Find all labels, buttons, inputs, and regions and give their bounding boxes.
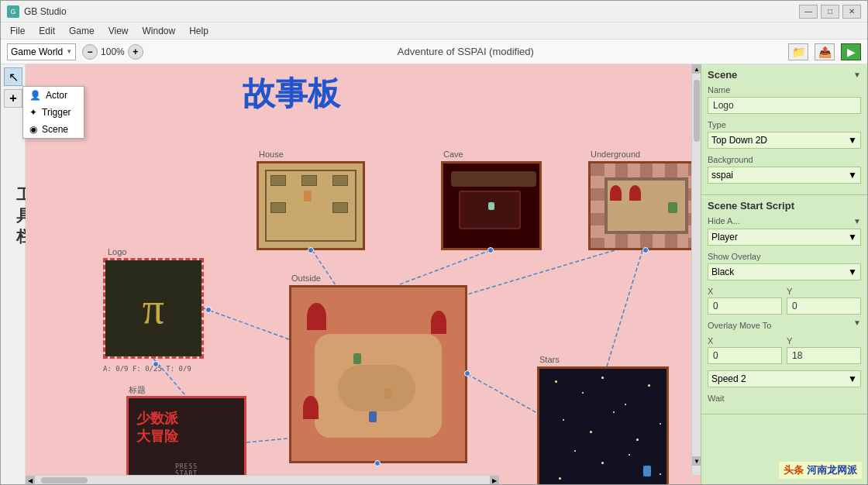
open-folder-button[interactable]: 📁	[788, 43, 808, 60]
trigger-tool-item[interactable]: ✦ Trigger	[23, 104, 84, 121]
conn-dot-outside-right	[464, 370, 470, 377]
conn-dot-cave	[487, 247, 494, 253]
scene-info: A: 0/9 F: 0/25 T: 0/9	[103, 365, 191, 373]
horizontal-scrollbar[interactable]: ◀ ▶	[26, 475, 499, 484]
vertical-scrollbar[interactable]: ▲ ▼	[691, 64, 701, 475]
stars-scene[interactable]	[537, 366, 669, 484]
menu-window[interactable]: Window	[136, 24, 182, 38]
house-scene[interactable]	[257, 161, 365, 250]
underground-scene[interactable]	[588, 161, 701, 250]
zoom-in-button[interactable]: +	[128, 44, 143, 60]
conn-dot-house	[308, 247, 314, 253]
svg-line-1	[204, 308, 289, 339]
wait-field: Wait	[708, 394, 861, 403]
svg-line-7	[607, 250, 642, 366]
scene-tool-item[interactable]: ◉ Scene	[23, 121, 84, 138]
trigger-icon: ✦	[29, 107, 37, 118]
y-input[interactable]: 0	[787, 298, 861, 315]
x-input[interactable]: 0	[708, 298, 782, 315]
minimize-button[interactable]: —	[799, 5, 818, 19]
script-header: Scene Start Script	[708, 200, 861, 212]
background-select[interactable]: sspai ▼	[708, 167, 861, 184]
menu-file[interactable]: File	[4, 24, 31, 38]
moveto-x-col: X 0	[708, 336, 782, 364]
speed-field: Speed 2 ▼	[708, 370, 861, 387]
hide-actor-dropdown-arrow: ▼	[848, 232, 857, 242]
watermark-blue: 河南龙网派	[807, 464, 857, 476]
world-dropdown-arrow: ▼	[66, 48, 72, 55]
type-dropdown-arrow: ▼	[848, 135, 857, 146]
underground-label: Underground	[588, 149, 642, 160]
conn-dot-underground	[642, 247, 649, 253]
cave-scene-container: Cave	[441, 161, 542, 250]
canvas-area[interactable]: 故事板	[26, 64, 701, 484]
zoom-controls: − 100% +	[82, 44, 143, 60]
pi-symbol: π	[143, 284, 164, 333]
cave-label: Cave	[441, 149, 466, 160]
restore-button[interactable]: □	[821, 5, 839, 19]
zoom-out-button[interactable]: −	[82, 44, 98, 60]
moveto-x-input[interactable]: 0	[708, 347, 782, 364]
app-icon: G	[7, 5, 19, 18]
intro-text: 少数派 大冒险	[136, 410, 178, 446]
panel-collapse-arrow[interactable]: ▼	[853, 71, 861, 79]
titlebar-title: GB Studio	[24, 6, 67, 17]
moveto-y-col: Y 18	[787, 336, 861, 364]
scrollbar-thumb-v[interactable]	[694, 80, 700, 142]
titlebar-controls: — □ ✕	[799, 5, 861, 19]
panel-title: Scene	[708, 69, 737, 81]
scene-label-tool: Scene	[42, 124, 68, 135]
logo-label: Logo	[105, 246, 129, 257]
speed-dropdown-arrow: ▼	[848, 373, 857, 384]
type-select[interactable]: Top Down 2D ▼	[708, 132, 861, 149]
hide-actor-select[interactable]: Player ▼	[708, 229, 861, 246]
scroll-down-button[interactable]: ▼	[692, 456, 701, 466]
trigger-label: Trigger	[42, 107, 71, 118]
toolbar: Game World ▼ − 100% + Adventure of SSPAI…	[1, 40, 867, 64]
menu-help[interactable]: Help	[183, 24, 215, 38]
close-button[interactable]: ✕	[842, 5, 861, 19]
export-button[interactable]: 📤	[815, 43, 835, 60]
stars-label: Stars	[537, 354, 562, 365]
menu-view[interactable]: View	[102, 24, 135, 38]
show-overlay-field: Show Overlay Black ▼	[708, 252, 861, 280]
titlebar-left: G GB Studio	[7, 5, 67, 18]
show-overlay-label: Show Overlay	[708, 252, 861, 261]
play-button[interactable]: ▶	[841, 43, 861, 60]
show-overlay-select[interactable]: Black ▼	[708, 263, 861, 280]
house-label: House	[257, 149, 286, 160]
intro-scene[interactable]: 少数派 大冒险 PRESSSTART	[126, 396, 246, 484]
menu-game[interactable]: Game	[63, 24, 101, 38]
hide-actor-arrow: ▼	[853, 217, 861, 225]
tool-dropdown: 👤 Actor ✦ Trigger ◉ Scene	[22, 86, 84, 139]
left-toolbar: ↖ + 👤 Actor ✦ Trigger ◉ Scene 工具栏	[1, 64, 26, 484]
cursor-tool-button[interactable]: ↖	[4, 67, 22, 86]
script-title: Scene Start Script	[708, 200, 794, 212]
logo-scene[interactable]: π Logo	[103, 258, 204, 359]
cave-scene[interactable]	[441, 161, 542, 250]
background-label: Background	[708, 155, 861, 164]
speed-select[interactable]: Speed 2 ▼	[708, 370, 861, 387]
outside-scene-container: Outside	[289, 285, 467, 463]
menu-edit[interactable]: Edit	[33, 24, 61, 38]
actor-tool-item[interactable]: 👤 Actor	[23, 87, 84, 104]
conn-dot-logo-right	[205, 307, 212, 313]
add-tool-button[interactable]: +	[4, 89, 22, 108]
conn-dot-outside-bottom	[374, 460, 381, 466]
moveto-y-input[interactable]: 18	[787, 347, 861, 364]
name-input[interactable]: Logo	[708, 97, 861, 114]
scroll-left-button[interactable]: ◀	[26, 476, 35, 484]
actor-label: Actor	[46, 90, 67, 101]
intro-label: 标题	[126, 384, 148, 397]
main-window: G GB Studio — □ ✕ File Edit Game View Wi…	[0, 0, 868, 485]
scrollbar-thumb-h[interactable]	[41, 477, 88, 483]
overlay-moveto-label: Overlay Move To	[708, 321, 861, 330]
y-label: Y	[787, 287, 861, 296]
outside-scene[interactable]	[289, 285, 467, 463]
document-title: Adventure of SSPAI (modified)	[150, 46, 782, 57]
scroll-right-button[interactable]: ▶	[490, 476, 499, 484]
scroll-up-button[interactable]: ▲	[692, 64, 701, 74]
scene-section: Scene ▼ Name Logo Type Top Down 2D ▼	[701, 64, 867, 195]
moveto-y-label: Y	[787, 336, 861, 346]
world-dropdown[interactable]: Game World ▼	[7, 43, 76, 60]
